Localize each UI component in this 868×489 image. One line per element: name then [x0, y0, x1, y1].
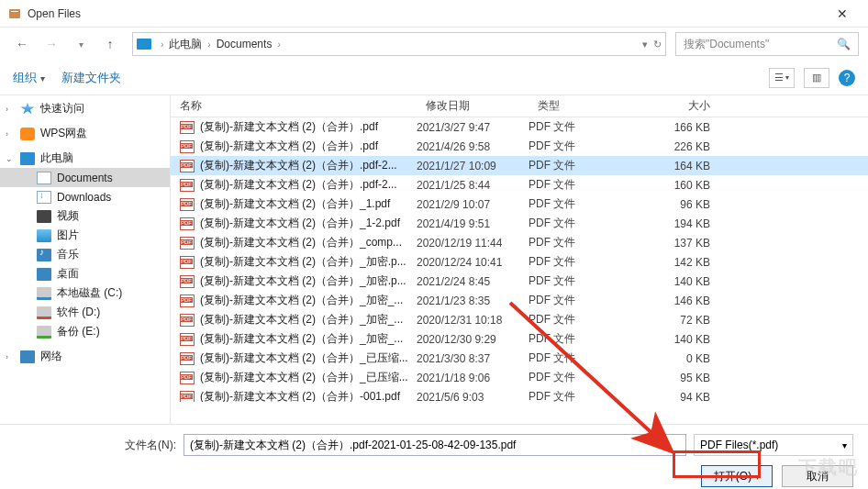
table-row[interactable]: (复制)-新建文本文档 (2)（合并）-001.pdf2021/5/6 9:03… — [171, 387, 868, 402]
table-row[interactable]: (复制)-新建文本文档 (2)（合并）_加密.p...2021/2/24 8:4… — [171, 272, 868, 291]
file-type: PDF 文件 — [529, 312, 628, 328]
file-date: 2021/1/18 9:06 — [417, 372, 529, 384]
file-size: 96 KB — [628, 198, 738, 211]
sidebar-item-desktop[interactable]: 桌面 — [0, 264, 170, 283]
file-date: 2021/1/25 8:44 — [417, 179, 529, 192]
sidebar-item-quick[interactable]: ›快速访问 — [0, 99, 170, 118]
search-input[interactable]: 搜索"Documents" 🔍 — [675, 32, 859, 56]
organize-button[interactable]: 组织▾ — [13, 70, 45, 86]
file-size: 140 KB — [628, 275, 738, 288]
close-button[interactable]: ✕ — [824, 6, 861, 21]
table-row[interactable]: (复制)-新建文本文档 (2)（合并）_1-2.pdf2021/4/19 9:5… — [171, 214, 868, 233]
breadcrumb[interactable]: › 此电脑 › Documents › ▾↻ — [132, 32, 666, 56]
table-row[interactable]: (复制)-新建文本文档 (2)（合并）_1.pdf2021/2/9 10:07P… — [171, 194, 868, 214]
table-row[interactable]: (复制)-新建文本文档 (2)（合并）_加密_...2021/1/23 8:35… — [171, 291, 868, 310]
file-type: PDF 文件 — [529, 331, 628, 347]
file-size: 166 KB — [628, 121, 738, 134]
video-icon — [37, 210, 51, 223]
file-name: (复制)-新建文本文档 (2)（合并）_已压缩... — [200, 350, 417, 366]
refresh-button[interactable]: ↻ — [653, 39, 662, 50]
up-button[interactable]: ↑ — [97, 32, 123, 56]
table-row[interactable]: (复制)-新建文本文档 (2)（合并）_加密_...2020/12/31 10:… — [171, 310, 868, 329]
sidebar-item-music[interactable]: 音乐 — [0, 245, 170, 264]
sidebar-item-label: 视频 — [57, 208, 79, 224]
pdf-file-icon — [180, 256, 195, 269]
file-name: (复制)-新建文本文档 (2)（合并）_加密_... — [200, 312, 417, 328]
table-row[interactable]: (复制)-新建文本文档 (2)（合并）.pdf2021/3/27 9:47PDF… — [171, 117, 868, 137]
column-size[interactable]: 大小 — [628, 98, 738, 114]
sidebar-item-drive-c[interactable]: 本地磁盘 (C:) — [0, 283, 170, 303]
file-date: 2020/12/19 11:44 — [417, 237, 529, 250]
table-row[interactable]: (复制)-新建文本文档 (2)（合并）.pdf-2...2021/1/27 10… — [171, 156, 868, 175]
pdf-file-icon — [180, 160, 195, 172]
file-type: PDF 文件 — [529, 254, 628, 270]
file-name: (复制)-新建文本文档 (2)（合并）_1.pdf — [200, 196, 417, 212]
drive-icon — [37, 306, 51, 319]
sidebar-item-documents[interactable]: Documents — [0, 168, 170, 187]
sidebar-item-drive-d[interactable]: 软件 (D:) — [0, 303, 170, 322]
file-date: 2021/1/27 10:09 — [417, 160, 529, 172]
svg-rect-0 — [9, 9, 20, 18]
table-row[interactable]: (复制)-新建文本文档 (2)（合并）_加密_...2020/12/30 9:2… — [171, 329, 868, 349]
table-row[interactable]: (复制)-新建文本文档 (2)（合并）_已压缩...2021/3/30 8:37… — [171, 349, 868, 368]
toolbar: 组织▾ 新建文件夹 ☰▾ ▥ ? — [0, 61, 868, 95]
file-size: 164 KB — [628, 160, 738, 172]
drive-icon — [37, 287, 51, 300]
breadcrumb-dropdown[interactable]: ▾ — [642, 39, 648, 50]
file-size: 0 KB — [628, 352, 738, 365]
sidebar-item-label: WPS网盘 — [40, 126, 87, 141]
column-date[interactable]: 修改日期 — [417, 98, 529, 114]
file-name: (复制)-新建文本文档 (2)（合并）_1-2.pdf — [200, 216, 417, 231]
breadcrumb-folder[interactable]: Documents — [217, 38, 273, 50]
sidebar-item-thispc[interactable]: ⌄此电脑 — [0, 149, 170, 168]
sidebar-item-label: 音乐 — [57, 247, 79, 262]
table-row[interactable]: (复制)-新建文本文档 (2)（合并）.pdf2021/4/26 9:58PDF… — [171, 137, 868, 156]
file-size: 72 KB — [628, 314, 738, 327]
file-name: (复制)-新建文本文档 (2)（合并）_加密_... — [200, 293, 417, 308]
star-icon — [20, 103, 35, 116]
sidebar-item-label: 快速访问 — [40, 101, 84, 117]
file-size: 140 KB — [628, 333, 738, 346]
forward-button[interactable]: → — [39, 32, 64, 56]
pdf-file-icon — [180, 237, 195, 250]
file-size: 142 KB — [628, 256, 738, 269]
table-row[interactable]: (复制)-新建文本文档 (2)（合并）_已压缩...2021/1/18 9:06… — [171, 368, 868, 387]
sidebar-item-videos[interactable]: 视频 — [0, 206, 170, 226]
document-icon — [37, 172, 51, 184]
recent-dropdown[interactable]: ▾ — [68, 32, 94, 56]
sidebar-item-label: 备份 (E:) — [57, 324, 100, 339]
cancel-button[interactable]: 取消 — [782, 465, 853, 487]
table-row[interactable]: (复制)-新建文本文档 (2)（合并）.pdf-2...2021/1/25 8:… — [171, 175, 868, 194]
table-row[interactable]: (复制)-新建文本文档 (2)（合并）_加密.p...2020/12/24 10… — [171, 252, 868, 272]
column-name[interactable]: 名称 — [171, 98, 417, 114]
pdf-file-icon — [180, 217, 195, 230]
search-placeholder: 搜索"Documents" — [684, 37, 837, 52]
drive-icon — [37, 326, 51, 339]
filetype-select[interactable]: PDF Files(*.pdf)▾ — [694, 434, 853, 456]
file-type: PDF 文件 — [529, 293, 628, 308]
sidebar-item-wps[interactable]: ›WPS网盘 — [0, 124, 170, 143]
footer: 文件名(N): PDF Files(*.pdf)▾ 打开(O)▾ 取消 — [0, 424, 868, 488]
file-rows: (复制)-新建文本文档 (2)（合并）.pdf2021/3/27 9:47PDF… — [171, 117, 868, 402]
file-name: (复制)-新建文本文档 (2)（合并）_加密.p... — [200, 273, 417, 289]
file-name: (复制)-新建文本文档 (2)（合并）.pdf-2... — [200, 177, 417, 193]
sidebar-item-drive-e[interactable]: 备份 (E:) — [0, 322, 170, 341]
sidebar-item-network[interactable]: ›网络 — [0, 347, 170, 366]
filename-input[interactable] — [184, 434, 686, 456]
preview-pane-button[interactable]: ▥ — [804, 68, 829, 88]
file-date: 2021/3/30 8:37 — [417, 352, 529, 365]
pdf-file-icon — [180, 198, 195, 211]
help-button[interactable]: ? — [839, 70, 855, 86]
sidebar-item-downloads[interactable]: Downloads — [0, 187, 170, 206]
column-type[interactable]: 类型 — [529, 98, 628, 114]
chevron-right-icon: › — [207, 39, 210, 50]
file-date: 2021/4/19 9:51 — [417, 217, 529, 230]
back-button[interactable]: ← — [9, 32, 35, 56]
sidebar-item-pictures[interactable]: 图片 — [0, 226, 170, 245]
new-folder-button[interactable]: 新建文件夹 — [61, 70, 121, 86]
table-row[interactable]: (复制)-新建文本文档 (2)（合并）_comp...2020/12/19 11… — [171, 233, 868, 252]
view-mode-button[interactable]: ☰▾ — [769, 68, 795, 88]
open-button[interactable]: 打开(O)▾ — [701, 465, 773, 487]
breadcrumb-root[interactable]: 此电脑 — [169, 37, 202, 52]
file-name: (复制)-新建文本文档 (2)（合并）.pdf — [200, 139, 417, 154]
